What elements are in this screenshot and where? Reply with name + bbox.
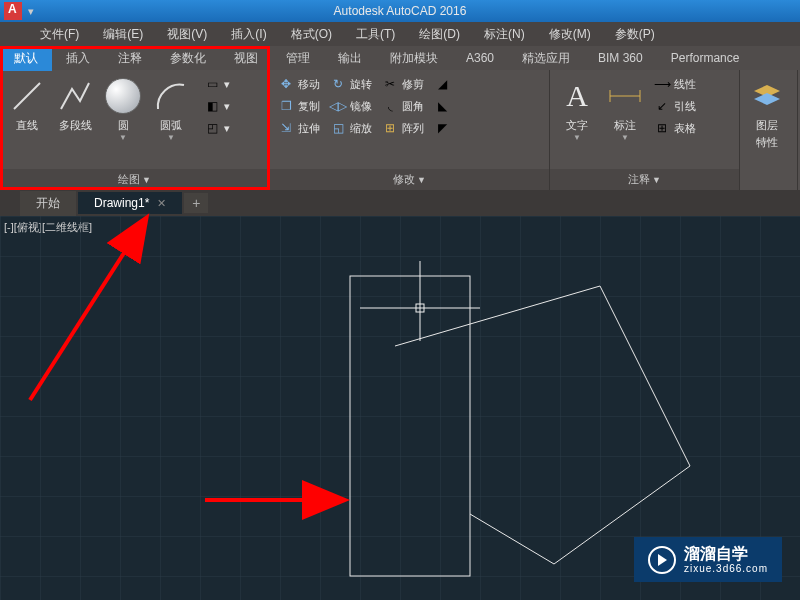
drawing-canvas[interactable]: [-][俯视][二维线框] 溜溜自学 zixue.3d66.com [0,216,800,600]
svg-line-12 [30,220,145,400]
